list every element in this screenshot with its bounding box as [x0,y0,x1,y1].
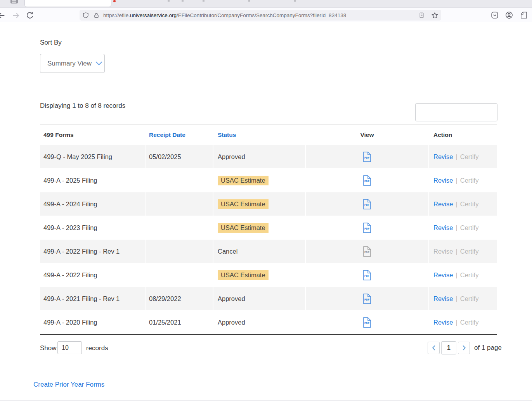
status-value: Approved [218,295,245,302]
lock-icon[interactable] [94,12,99,19]
table-search [415,103,497,121]
table-header-row: 499 Forms Receipt Date Status View Actio… [40,124,497,145]
account-icon[interactable] [505,11,513,19]
table-row: 499-A - 2020 Filing 01/25/2021 Approved … [40,311,497,334]
bookmark-star-icon[interactable] [431,12,438,19]
action-separator: | [456,295,457,302]
revise-link[interactable]: Revise [433,319,453,326]
pdf-icon[interactable]: PDF [363,175,371,186]
create-prior-year-forms-link[interactable]: Create Prior Year Forms [33,381,104,389]
certify-link: Certify [460,271,479,279]
pocket-icon[interactable] [491,11,499,19]
action-separator: | [456,271,457,279]
pdf-icon[interactable]: PDF [363,152,371,162]
table-body: 499-Q - May 2025 Filing 05/02/2025 Appro… [40,145,497,335]
next-page-button[interactable] [458,342,470,354]
pdf-icon[interactable]: PDF [363,199,371,209]
form-name: 499-A - 2024 Filing [40,192,145,216]
status-value: Approved [218,319,245,326]
form-name: 499-A - 2023 Filing [40,216,145,239]
revise-link[interactable]: Revise [433,224,453,232]
receipt-date [146,263,213,287]
revise-link[interactable]: Revise [433,153,453,161]
url-text[interactable]: https://efile.universalservice.org/EFile… [103,12,419,18]
pdf-icon[interactable]: PDF [363,270,371,280]
form-name: 499-Q - May 2025 Filing [40,145,145,168]
chevron-left-icon [431,345,436,351]
shield-permissions-icon[interactable] [83,12,89,19]
sidebar-icon[interactable] [520,11,528,19]
action-separator: | [456,248,457,255]
active-tab[interactable] [24,0,111,7]
records-label: records [86,344,108,352]
previous-page-button[interactable] [428,342,440,354]
reload-icon[interactable] [26,11,34,20]
pdf-icon[interactable]: PDF [363,223,371,233]
back-icon[interactable] [0,11,6,20]
current-page-box[interactable]: 1 [441,341,456,354]
receipt-date [146,192,213,216]
sort-by-label: Sort By [40,39,62,47]
status-value: USAC Estimate [218,199,269,209]
tab-text-fragment [182,0,184,2]
firefox-view-icon[interactable] [10,0,18,3]
revise-link[interactable]: Revise [433,177,453,184]
form-name: 499-A - 2021 Filing - Rev 1 [40,287,145,310]
form-name: 499-A - 2020 Filing [40,311,145,334]
column-header-status[interactable]: Status [213,131,305,138]
svg-text:PDF: PDF [364,275,369,277]
table-row: 499-Q - May 2025 Filing 05/02/2025 Appro… [40,145,497,168]
svg-text:PDF: PDF [364,251,369,254]
revise-link[interactable]: Revise [433,295,453,302]
pdf-icon[interactable]: PDF [363,317,371,328]
receipt-date: 01/25/2021 [146,311,213,334]
form-name: 499-A - 2022 Filing - Rev 1 [40,240,145,263]
svg-text:PDF: PDF [364,322,369,325]
status-value: USAC Estimate [218,270,269,280]
action-separator: | [456,200,457,208]
column-header-receipt-date[interactable]: Receipt Date [146,131,213,138]
revise-link: Revise [433,248,453,255]
table-row: 499-A - 2024 Filing USAC Estimate PDF Re… [40,192,497,216]
action-separator: | [456,319,457,326]
svg-text:PDF: PDF [364,298,369,301]
column-header-view: View [306,131,428,138]
url-bar[interactable]: https://efile.universalservice.org/EFile… [80,10,441,21]
revise-link[interactable]: Revise [433,271,453,279]
status-value: USAC Estimate [218,176,269,185]
certify-link: Certify [460,248,479,255]
pdf-icon[interactable]: PDF [363,294,371,304]
tab-text-fragment [248,0,250,2]
revise-link[interactable]: Revise [433,200,453,208]
browser-toolbar: https://efile.universalservice.org/EFile… [0,8,532,22]
form-name: 499-A - 2022 Filing [40,263,145,287]
table-row: 499-A - 2022 Filing - Rev 1 Cancel PDF R… [40,240,497,263]
tab-text-fragment [203,0,204,2]
search-input[interactable] [416,104,503,121]
svg-text:PDF: PDF [364,180,369,183]
sort-view-select[interactable]: Summary View [40,54,105,73]
certify-link: Certify [460,295,479,302]
tab-text-fragment [168,0,170,2]
action-separator: | [456,177,457,184]
table-row: 499-A - 2025 Filing USAC Estimate PDF Re… [40,169,497,192]
chevron-right-icon [462,345,466,351]
certify-link: Certify [460,224,479,232]
records-summary: Displaying 1 to 8 of 8 records [40,102,125,110]
tab-text-fragment [294,0,296,2]
form-name: 499-A - 2025 Filing [40,169,145,192]
certify-link: Certify [460,200,479,208]
forward-icon[interactable] [12,11,20,20]
action-separator: | [456,224,457,232]
receipt-date: 05/02/2025 [146,145,213,168]
page-size-input[interactable] [57,341,82,354]
table-row: 499-A - 2021 Filing - Rev 1 08/29/2022 A… [40,287,497,310]
certify-link: Certify [460,153,479,161]
reader-mode-icon[interactable] [419,12,425,19]
sort-selected-value: Summary View [47,60,92,67]
column-header-499-forms: 499 Forms [40,131,145,138]
show-label: Show [40,344,57,352]
browser-window: https://efile.universalservice.org/EFile… [0,0,532,401]
svg-text:PDF: PDF [364,156,369,159]
receipt-date [146,169,213,192]
